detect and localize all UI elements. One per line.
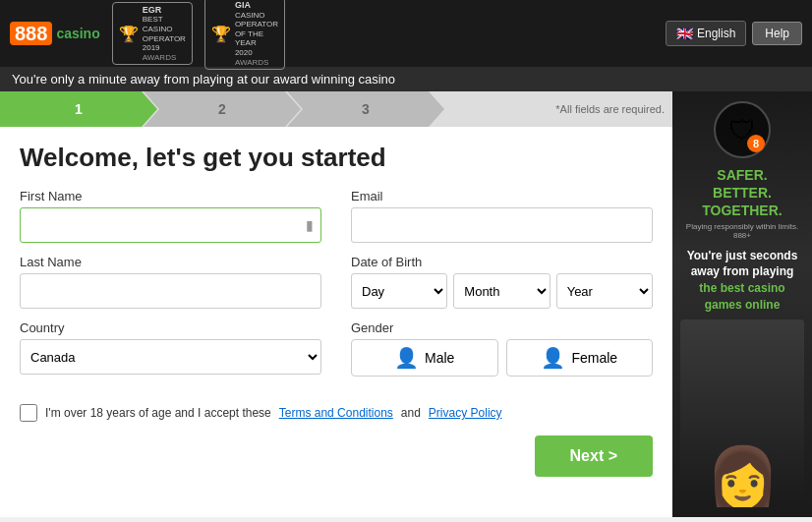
form-col-left: First Name ▮ Last Name Country Cana	[20, 189, 321, 388]
help-button[interactable]: Help	[752, 22, 802, 45]
dob-day-select[interactable]: Day	[351, 273, 447, 309]
female-icon: 👤	[541, 346, 565, 370]
header: 888 casino 🏆 EGR BEST CASINO OPERATOR 20…	[0, 0, 812, 67]
country-select[interactable]: Canada United States United Kingdom Aust…	[20, 339, 321, 375]
dob-label: Date of Birth	[351, 255, 653, 269]
country-label: Country	[20, 320, 321, 335]
step-1: 1	[0, 91, 157, 127]
email-group: Email	[351, 189, 653, 243]
first-name-input-wrapper: ▮	[20, 207, 321, 243]
next-button-row: Next >	[20, 435, 653, 477]
safer-badge: 🛡 8	[714, 101, 771, 158]
trophy-icon-2: 🏆	[211, 25, 231, 43]
required-note: *All fields are required.	[555, 103, 672, 115]
banner: You're only a minute away from playing a…	[0, 67, 812, 91]
dob-month-select[interactable]: Month	[453, 273, 550, 309]
safer-number: 8	[747, 135, 765, 152]
privacy-policy-link[interactable]: Privacy Policy	[429, 406, 502, 420]
dob-row: Day Month Year	[351, 273, 653, 309]
terms-text-before: I'm over 18 years of age and I accept th…	[45, 406, 271, 420]
form-title: Welcome, let's get you started	[20, 143, 653, 173]
terms-row: I'm over 18 years of age and I accept th…	[20, 404, 653, 422]
person-icon: ▮	[306, 217, 314, 233]
dob-year-select[interactable]: Year	[556, 273, 653, 309]
sidebar-promo-text: You're just seconds away from playing th…	[687, 248, 798, 314]
email-input[interactable]	[351, 207, 653, 243]
last-name-group: Last Name	[20, 255, 321, 309]
logo: 888 casino	[10, 22, 100, 45]
gender-male-label: Male	[425, 350, 454, 366]
step-2: 2	[144, 91, 301, 127]
logo-888-text: 888	[10, 22, 52, 45]
safer-title: SAFER. BETTER. TOGETHER.	[702, 166, 782, 220]
terms-conditions-link[interactable]: Terms and Conditions	[279, 406, 393, 420]
form-content: Welcome, let's get you started First Nam…	[0, 127, 672, 493]
next-button[interactable]: Next >	[535, 435, 653, 477]
gender-male-button[interactable]: 👤 Male	[351, 339, 498, 377]
language-label: English	[697, 27, 735, 40]
male-icon: 👤	[394, 346, 419, 370]
form-area: 1 2 3 *All fields are required. Welcome,…	[0, 91, 672, 517]
award-badge-gia: 🏆 GIA CASINO OPERATOR OF THE YEAR 2020 A…	[204, 0, 285, 70]
last-name-input[interactable]	[20, 273, 321, 309]
country-group: Country Canada United States United King…	[20, 320, 321, 375]
dob-group: Date of Birth Day Month Year	[351, 255, 653, 309]
gender-female-label: Female	[571, 350, 617, 366]
safer-subtitle: Playing responsibly within limits. 888+	[686, 222, 798, 240]
right-sidebar: 🛡 8 SAFER. BETTER. TOGETHER. Playing res…	[672, 91, 812, 517]
email-label: Email	[351, 189, 653, 203]
trophy-icon: 🏆	[119, 25, 139, 43]
first-name-input[interactable]	[20, 207, 321, 243]
first-name-group: First Name ▮	[20, 189, 321, 243]
gender-group: Gender 👤 Male 👤 Female	[351, 320, 653, 377]
steps-bar: 1 2 3 *All fields are required.	[0, 91, 672, 127]
main-layout: 1 2 3 *All fields are required. Welcome,…	[0, 91, 812, 517]
form-columns: First Name ▮ Last Name Country Cana	[20, 189, 653, 388]
terms-text-middle: and	[401, 406, 421, 420]
first-name-label: First Name	[20, 189, 321, 203]
terms-checkbox[interactable]	[20, 404, 37, 422]
header-left: 888 casino 🏆 EGR BEST CASINO OPERATOR 20…	[10, 0, 285, 70]
award-badge-egr: 🏆 EGR BEST CASINO OPERATOR 2019 AWARDS	[112, 2, 193, 66]
gender-row: 👤 Male 👤 Female	[351, 339, 653, 377]
language-button[interactable]: 🇬🇧 English	[666, 21, 746, 46]
sidebar-image: 👩	[680, 319, 804, 507]
banner-text: You're only a minute away from playing a…	[12, 72, 395, 87]
logo-casino-text: casino	[56, 26, 99, 41]
flag-icon: 🇬🇧	[676, 26, 693, 41]
gender-label: Gender	[351, 320, 653, 335]
last-name-label: Last Name	[20, 255, 321, 269]
person-silhouette: 👩	[706, 448, 780, 507]
header-right: 🇬🇧 English Help	[666, 21, 802, 46]
gender-female-button[interactable]: 👤 Female	[506, 339, 654, 377]
form-col-right: Email Date of Birth Day Month	[351, 189, 653, 388]
step-3: 3	[287, 91, 444, 127]
